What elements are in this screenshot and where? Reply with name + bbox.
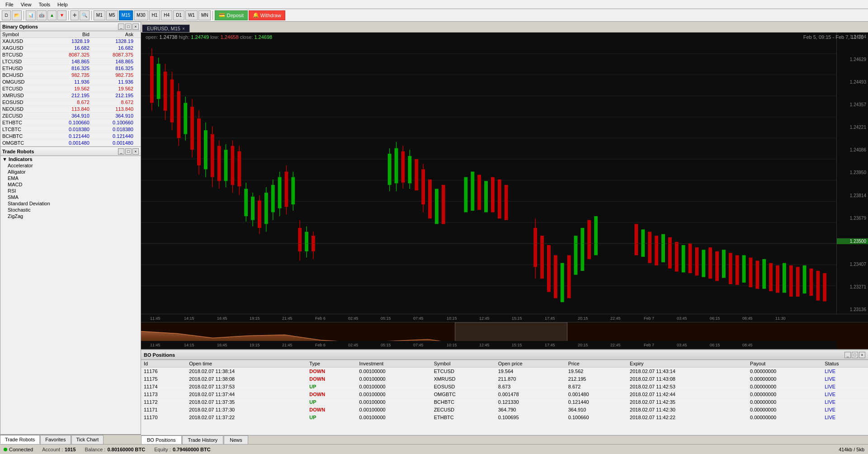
time-1130: 11:30: [775, 316, 786, 321]
symbol-row[interactable]: EOSUSD 8.672 8.672: [0, 99, 141, 106]
tf-m30[interactable]: M30: [134, 10, 148, 20]
close-btn[interactable]: ×: [132, 24, 139, 30]
tree-indicator-item[interactable]: MACD: [0, 181, 141, 188]
symbol-row[interactable]: LTCBTC 0.018380 0.018380: [0, 126, 141, 133]
tab-tick-chart[interactable]: Tick Chart: [71, 435, 104, 444]
binary-options-panel: Binary Options _ □ × Symbol Bid Ask: [0, 22, 141, 147]
pos-restore-btn[interactable]: □: [852, 352, 858, 358]
new-chart-btn[interactable]: 🗋: [2, 10, 11, 20]
symbol-row[interactable]: LTCUSD 148.865 148.865: [0, 58, 141, 65]
position-row[interactable]: 11170 2018.02.07 11:37:22 UP 0.00100000 …: [141, 414, 868, 421]
robot-btn[interactable]: 🤖: [37, 10, 47, 20]
minimize-btn[interactable]: _: [118, 24, 124, 30]
symbol-row[interactable]: XMRUSD 212.195 212.195: [0, 92, 141, 99]
pos-open-time: 2018.02.07 11:37:35: [186, 398, 307, 406]
menu-file[interactable]: File: [2, 2, 17, 7]
position-row[interactable]: 11173 2018.02.07 11:37:44 DOWN 0.0010000…: [141, 391, 868, 398]
bid-cell: 982.735: [47, 72, 91, 79]
symbol-row[interactable]: BTCUSD 8087.325 8087.375: [0, 52, 141, 58]
tree-indicator-item[interactable]: ZigZag: [0, 213, 141, 219]
symbol-row[interactable]: ETHBTC 0.100660 0.100660: [0, 119, 141, 126]
ask-cell: 212.195: [91, 92, 135, 99]
price-axis: 1.24764 1.24629 1.24493 1.24357 1.24221 …: [836, 33, 868, 314]
menubar: File View Tools Help: [0, 0, 868, 9]
tree-indicator-item[interactable]: Stochastic: [0, 207, 141, 213]
tree-indicator-item[interactable]: Alligator: [0, 169, 141, 175]
tf-mn[interactable]: MN: [198, 10, 211, 20]
pos-symbol: OMGBTC: [431, 391, 495, 398]
tree-indicator-item[interactable]: Accelerator: [0, 162, 141, 169]
tab-trade-robots[interactable]: Trade Robots: [0, 435, 40, 444]
symbol-row[interactable]: ETCUSD 19.562 19.562: [0, 85, 141, 92]
chart-canvas-wrap[interactable]: 1.24764 1.24629 1.24493 1.24357 1.24221 …: [141, 33, 868, 314]
symbol-row[interactable]: OMGUSD 11.936 11.936: [0, 79, 141, 85]
ov-t16: Feb 7: [644, 343, 654, 347]
symbol-row[interactable]: OMGBTC 0.001480 0.001480: [0, 140, 141, 147]
tree-indicator-item[interactable]: SMA: [0, 194, 141, 200]
positions-table-wrap[interactable]: Id Open time Type Investment Symbol Open…: [141, 360, 868, 435]
symbol-row[interactable]: NEOUSD 113.840 113.840: [0, 106, 141, 113]
position-row[interactable]: 11175 2018.02.07 11:38:08 DOWN 0.0010000…: [141, 375, 868, 383]
restore-btn[interactable]: □: [125, 24, 132, 30]
svg-rect-113: [533, 228, 537, 267]
tf-d1[interactable]: D1: [173, 10, 184, 20]
withdraw-button[interactable]: 🔔 Withdraw: [249, 10, 285, 20]
symbol-row[interactable]: XAUUSD 1328.19 1328.19: [0, 38, 141, 45]
symbol-row[interactable]: BCHBTC 0.121440 0.121440: [0, 133, 141, 140]
pos-minimize-btn[interactable]: _: [844, 352, 851, 358]
symbol-row[interactable]: XAGUSD 16.682 16.682: [0, 45, 141, 52]
tree-indicator-item[interactable]: EMA: [0, 175, 141, 181]
position-row[interactable]: 11176 2018.02.07 11:38:14 DOWN 0.0010000…: [141, 368, 868, 375]
crosshair-btn[interactable]: ✛: [71, 10, 79, 20]
chart-area: open: 1.24738 high: 1.24749 low: 1.24658…: [141, 33, 868, 349]
chart-tab-close[interactable]: ×: [182, 26, 185, 31]
ov-t9: 07:45: [413, 343, 424, 347]
tree-indicator-item[interactable]: RSI: [0, 188, 141, 194]
tf-w1[interactable]: W1: [185, 10, 198, 20]
tree-indicator-item[interactable]: Standard Deviation: [0, 200, 141, 207]
sell-btn[interactable]: ▼: [57, 10, 66, 20]
position-row[interactable]: 11172 2018.02.07 11:37:35 UP 0.00100000 …: [141, 398, 868, 406]
price-11: 1.23407: [837, 262, 868, 267]
buy-btn[interactable]: ▲: [47, 10, 57, 20]
symbol-row[interactable]: BCHUSD 982.735 982.735: [0, 72, 141, 79]
indicator-btn[interactable]: 📊: [26, 10, 36, 20]
zoom-btn[interactable]: 🔍: [80, 10, 90, 20]
tree-indicators[interactable]: ▼ Indicators: [0, 156, 141, 162]
symbol-row[interactable]: ZECUSD 364.910 364.910: [0, 113, 141, 119]
position-row[interactable]: 11174 2018.02.07 11:37:53 UP 0.00100000 …: [141, 383, 868, 391]
menu-view[interactable]: View: [17, 2, 35, 7]
svg-rect-127: [648, 232, 651, 263]
menu-help[interactable]: Help: [54, 2, 71, 7]
tf-h4[interactable]: H4: [161, 10, 172, 20]
position-row[interactable]: 11171 2018.02.07 11:37:30 DOWN 0.0010000…: [141, 406, 868, 414]
svg-rect-51: [237, 151, 241, 187]
svg-rect-48: [231, 146, 234, 185]
deposit-button[interactable]: 💳 Deposit: [215, 10, 247, 20]
pos-tab-bo[interactable]: BO Positions: [141, 435, 182, 444]
tr-minimize-btn[interactable]: _: [118, 148, 124, 155]
pos-tab-news[interactable]: News: [224, 435, 248, 444]
connected-text: Connected: [9, 447, 33, 452]
pos-payout: 0.00000000: [747, 406, 822, 414]
chart-tab-eurusd[interactable]: EURUSD, M15 ×: [142, 24, 190, 32]
col-bid: Bid: [47, 31, 91, 38]
open-btn[interactable]: 📂: [12, 10, 22, 20]
ask-cell: 8087.375: [91, 52, 135, 58]
symbol-row[interactable]: ETHUSD 816.325 816.325: [0, 65, 141, 72]
pos-price: 212.195: [566, 375, 627, 383]
tf-m15[interactable]: M15: [119, 10, 133, 20]
tr-restore-btn[interactable]: □: [125, 148, 132, 155]
svg-rect-148: [789, 265, 793, 297]
pos-tab-history[interactable]: Trade History: [182, 435, 224, 444]
tab-favorites[interactable]: Favorites: [40, 435, 71, 444]
tr-close-btn[interactable]: ×: [132, 148, 139, 155]
tf-h1[interactable]: H1: [149, 10, 160, 20]
pos-status: LIVE: [822, 398, 868, 406]
menu-tools[interactable]: Tools: [35, 2, 54, 7]
svg-rect-78: [298, 228, 302, 251]
tf-m1[interactable]: M1: [94, 10, 105, 20]
tf-m5[interactable]: M5: [106, 10, 118, 20]
pos-close-btn[interactable]: ×: [859, 352, 865, 358]
overview-chart[interactable]: 11:45 14:15 16:45 19:15 21:45 Feb 6 02:4…: [141, 322, 868, 349]
